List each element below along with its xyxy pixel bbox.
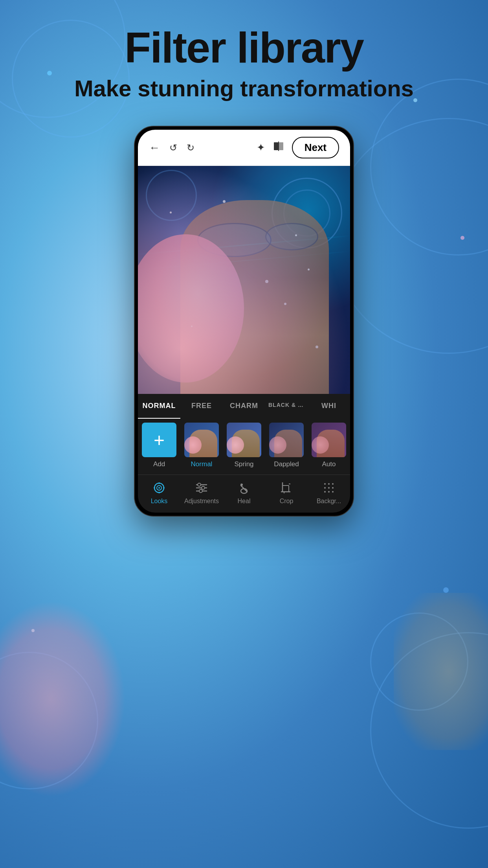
tab-free[interactable]: FREE xyxy=(180,394,223,419)
dappled-mini-photo xyxy=(269,423,304,457)
page-subtitle: Make stunning transformations xyxy=(0,75,488,101)
auto-mini-photo xyxy=(312,423,346,457)
svg-point-15 xyxy=(199,489,202,493)
spring-mini-photo xyxy=(227,423,261,457)
looks-icon xyxy=(152,480,167,495)
filter-add-label: Add xyxy=(153,460,165,468)
phone-toolbar: ← ↺ ↻ ✦ Next xyxy=(138,130,350,166)
svg-point-33 xyxy=(332,491,334,493)
nav-looks[interactable]: Looks xyxy=(138,480,180,505)
nav-background[interactable]: Backgr... xyxy=(308,480,350,505)
svg-point-13 xyxy=(198,483,201,486)
nav-heal[interactable]: Heal xyxy=(223,480,265,505)
svg-point-29 xyxy=(328,487,330,489)
redo-icon[interactable]: ↻ xyxy=(187,142,194,153)
nav-background-label: Backgr... xyxy=(317,498,341,505)
nav-adjustments-label: Adjustments xyxy=(184,498,219,505)
page-title: Filter library xyxy=(0,24,488,71)
compare-icon[interactable] xyxy=(273,141,284,154)
filter-auto[interactable]: Auto xyxy=(308,423,350,468)
photo-overlay xyxy=(138,166,350,394)
crop-icon xyxy=(279,480,294,495)
nav-crop-label: Crop xyxy=(280,498,294,505)
auto-thumbnail xyxy=(312,423,346,457)
svg-rect-0 xyxy=(274,142,278,150)
svg-point-31 xyxy=(324,491,326,493)
filter-dappled-label: Dappled xyxy=(274,460,299,468)
bottom-navigation: Looks Adjustments xyxy=(138,474,350,513)
phone-mockup: ← ↺ ↻ ✦ Next xyxy=(134,126,354,517)
undo-icon[interactable]: ↺ xyxy=(169,142,177,153)
tab-bw[interactable]: BLACK & WHITE xyxy=(265,394,308,419)
nav-adjustments[interactable]: Adjustments xyxy=(180,480,223,505)
normal-thumbnail xyxy=(184,423,219,457)
normal-mini-photo xyxy=(184,423,219,457)
background-icon xyxy=(321,480,336,495)
filter-auto-label: Auto xyxy=(322,460,336,468)
svg-point-25 xyxy=(324,483,326,485)
adjustments-icon xyxy=(194,480,209,495)
svg-point-26 xyxy=(328,483,330,485)
heal-icon xyxy=(237,480,251,495)
svg-point-30 xyxy=(332,487,334,489)
filter-spring-label: Spring xyxy=(234,460,253,468)
filter-dappled[interactable]: Dappled xyxy=(265,423,308,468)
filter-thumbnails: + Add Normal xyxy=(138,419,350,474)
svg-point-14 xyxy=(202,486,205,489)
title-section: Filter library Make stunning transformat… xyxy=(0,24,488,101)
filter-normal[interactable]: Normal xyxy=(180,423,223,468)
magic-wand-icon[interactable]: ✦ xyxy=(257,142,265,154)
filter-add[interactable]: + Add xyxy=(138,423,180,468)
next-button[interactable]: Next xyxy=(292,137,339,158)
filter-spring[interactable]: Spring xyxy=(223,423,265,468)
nav-looks-label: Looks xyxy=(151,498,168,505)
filter-tabs: NORMAL FREE CHARM BLACK & WHITE WHI xyxy=(138,394,350,419)
tab-charm[interactable]: CHARM xyxy=(223,394,265,419)
svg-line-17 xyxy=(241,485,247,492)
nav-crop[interactable]: Crop xyxy=(265,480,308,505)
svg-point-32 xyxy=(328,491,330,493)
spring-thumbnail xyxy=(227,423,261,457)
nav-heal-label: Heal xyxy=(238,498,251,505)
phone-frame: ← ↺ ↻ ✦ Next xyxy=(134,126,354,517)
svg-rect-1 xyxy=(279,142,283,150)
toolbar-center-actions: ✦ Next xyxy=(257,137,339,158)
add-filter-button[interactable]: + xyxy=(142,423,176,457)
tab-whi[interactable]: WHI xyxy=(308,394,350,419)
svg-point-27 xyxy=(332,483,334,485)
dappled-thumbnail xyxy=(269,423,304,457)
tab-normal[interactable]: NORMAL xyxy=(138,394,180,419)
filter-normal-label: Normal xyxy=(191,460,213,468)
toolbar-left-actions: ← ↺ ↻ xyxy=(149,142,194,154)
photo-area xyxy=(138,166,350,394)
phone-inner: ← ↺ ↻ ✦ Next xyxy=(138,130,350,513)
svg-point-18 xyxy=(240,484,243,486)
svg-point-5 xyxy=(158,487,160,489)
svg-point-28 xyxy=(324,487,326,489)
back-icon[interactable]: ← xyxy=(149,142,160,154)
